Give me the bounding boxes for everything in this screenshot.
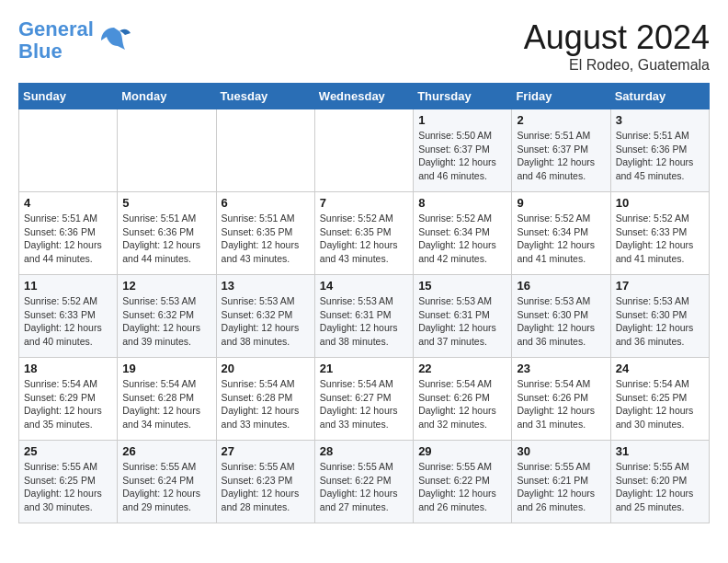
calendar-cell: 6Sunrise: 5:51 AMSunset: 6:35 PMDaylight…	[216, 192, 314, 275]
calendar-cell	[118, 109, 216, 192]
week-row-4: 18Sunrise: 5:54 AMSunset: 6:29 PMDayligh…	[19, 358, 710, 441]
calendar-cell: 13Sunrise: 5:53 AMSunset: 6:32 PMDayligh…	[216, 275, 314, 358]
calendar-cell: 15Sunrise: 5:53 AMSunset: 6:31 PMDayligh…	[414, 275, 512, 358]
day-number: 9	[517, 196, 605, 210]
weekday-header-saturday: Saturday	[610, 84, 709, 109]
calendar-cell: 14Sunrise: 5:53 AMSunset: 6:31 PMDayligh…	[314, 275, 413, 358]
day-number: 10	[616, 196, 704, 210]
calendar-cell: 20Sunrise: 5:54 AMSunset: 6:28 PMDayligh…	[216, 358, 314, 441]
day-number: 4	[24, 196, 112, 210]
day-number: 29	[418, 444, 506, 458]
calendar-cell: 27Sunrise: 5:55 AMSunset: 6:23 PMDayligh…	[216, 441, 314, 523]
calendar-cell: 25Sunrise: 5:55 AMSunset: 6:25 PMDayligh…	[19, 441, 118, 523]
day-info: Sunrise: 5:53 AMSunset: 6:32 PMDaylight:…	[122, 294, 210, 349]
day-number: 8	[418, 196, 506, 210]
day-number: 16	[517, 279, 605, 293]
calendar-cell: 29Sunrise: 5:55 AMSunset: 6:22 PMDayligh…	[414, 441, 512, 523]
day-info: Sunrise: 5:51 AMSunset: 6:37 PMDaylight:…	[517, 129, 605, 183]
calendar-cell: 31Sunrise: 5:55 AMSunset: 6:20 PMDayligh…	[610, 441, 709, 523]
calendar-cell: 7Sunrise: 5:52 AMSunset: 6:35 PMDaylight…	[314, 192, 413, 275]
day-number: 17	[616, 279, 704, 293]
day-info: Sunrise: 5:54 AMSunset: 6:26 PMDaylight:…	[517, 377, 605, 431]
day-number: 22	[418, 362, 506, 375]
day-info: Sunrise: 5:53 AMSunset: 6:30 PMDaylight:…	[517, 294, 605, 349]
day-number: 2	[517, 113, 605, 127]
day-info: Sunrise: 5:54 AMSunset: 6:29 PMDaylight:…	[24, 377, 112, 431]
day-number: 18	[24, 362, 112, 375]
calendar-cell: 3Sunrise: 5:51 AMSunset: 6:36 PMDaylight…	[610, 109, 709, 192]
calendar-cell: 26Sunrise: 5:55 AMSunset: 6:24 PMDayligh…	[118, 441, 216, 523]
calendar-cell: 10Sunrise: 5:52 AMSunset: 6:33 PMDayligh…	[610, 192, 709, 275]
day-info: Sunrise: 5:52 AMSunset: 6:34 PMDaylight:…	[418, 212, 506, 266]
logo-general: General	[18, 17, 94, 40]
logo: General Blue	[18, 18, 131, 63]
calendar-cell: 23Sunrise: 5:54 AMSunset: 6:26 PMDayligh…	[512, 358, 610, 441]
calendar-cell: 4Sunrise: 5:51 AMSunset: 6:36 PMDaylight…	[19, 192, 118, 275]
calendar-cell: 11Sunrise: 5:52 AMSunset: 6:33 PMDayligh…	[19, 275, 118, 358]
day-number: 3	[616, 113, 704, 127]
day-info: Sunrise: 5:54 AMSunset: 6:25 PMDaylight:…	[616, 377, 704, 431]
day-number: 21	[320, 362, 408, 375]
day-info: Sunrise: 5:51 AMSunset: 6:36 PMDaylight:…	[616, 129, 704, 183]
day-info: Sunrise: 5:55 AMSunset: 6:21 PMDaylight:…	[517, 460, 605, 514]
day-number: 5	[122, 196, 210, 210]
location: El Rodeo, Guatemala	[524, 57, 710, 74]
day-info: Sunrise: 5:55 AMSunset: 6:25 PMDaylight:…	[24, 460, 112, 514]
page-header: General Blue August 2024 El Rodeo, Guate…	[18, 18, 710, 74]
weekday-header-row: SundayMondayTuesdayWednesdayThursdayFrid…	[19, 84, 710, 109]
day-number: 24	[616, 362, 704, 375]
calendar-cell: 24Sunrise: 5:54 AMSunset: 6:25 PMDayligh…	[610, 358, 709, 441]
day-info: Sunrise: 5:53 AMSunset: 6:30 PMDaylight:…	[616, 294, 704, 349]
day-number: 26	[122, 444, 210, 458]
day-info: Sunrise: 5:55 AMSunset: 6:20 PMDaylight:…	[616, 460, 704, 514]
day-number: 7	[320, 196, 408, 210]
day-info: Sunrise: 5:54 AMSunset: 6:28 PMDaylight:…	[222, 377, 310, 431]
calendar-cell: 8Sunrise: 5:52 AMSunset: 6:34 PMDaylight…	[414, 192, 512, 275]
day-info: Sunrise: 5:51 AMSunset: 6:35 PMDaylight:…	[222, 212, 310, 266]
week-row-1: 1Sunrise: 5:50 AMSunset: 6:37 PMDaylight…	[19, 109, 710, 192]
day-info: Sunrise: 5:55 AMSunset: 6:22 PMDaylight:…	[320, 460, 408, 514]
day-info: Sunrise: 5:51 AMSunset: 6:36 PMDaylight:…	[24, 212, 112, 266]
logo-bird-icon	[97, 24, 131, 57]
weekday-header-wednesday: Wednesday	[314, 84, 413, 109]
calendar-cell: 12Sunrise: 5:53 AMSunset: 6:32 PMDayligh…	[118, 275, 216, 358]
weekday-header-sunday: Sunday	[19, 84, 118, 109]
calendar-cell: 30Sunrise: 5:55 AMSunset: 6:21 PMDayligh…	[512, 441, 610, 523]
day-info: Sunrise: 5:53 AMSunset: 6:31 PMDaylight:…	[418, 294, 506, 349]
weekday-header-thursday: Thursday	[414, 84, 512, 109]
day-info: Sunrise: 5:52 AMSunset: 6:33 PMDaylight:…	[616, 212, 704, 266]
day-number: 28	[320, 444, 408, 458]
day-info: Sunrise: 5:54 AMSunset: 6:28 PMDaylight:…	[122, 377, 210, 431]
weekday-header-monday: Monday	[118, 84, 216, 109]
day-number: 11	[24, 279, 112, 293]
day-number: 31	[616, 444, 704, 458]
day-info: Sunrise: 5:55 AMSunset: 6:24 PMDaylight:…	[122, 460, 210, 514]
month-title: August 2024	[524, 18, 710, 57]
day-info: Sunrise: 5:52 AMSunset: 6:35 PMDaylight:…	[320, 212, 408, 266]
calendar-cell: 2Sunrise: 5:51 AMSunset: 6:37 PMDaylight…	[512, 109, 610, 192]
calendar-cell	[314, 109, 413, 192]
calendar-cell: 18Sunrise: 5:54 AMSunset: 6:29 PMDayligh…	[19, 358, 118, 441]
day-info: Sunrise: 5:52 AMSunset: 6:33 PMDaylight:…	[24, 294, 112, 349]
day-info: Sunrise: 5:51 AMSunset: 6:36 PMDaylight:…	[122, 212, 210, 266]
week-row-5: 25Sunrise: 5:55 AMSunset: 6:25 PMDayligh…	[19, 441, 710, 523]
calendar-cell: 5Sunrise: 5:51 AMSunset: 6:36 PMDaylight…	[118, 192, 216, 275]
day-info: Sunrise: 5:55 AMSunset: 6:23 PMDaylight:…	[222, 460, 310, 514]
calendar-cell	[216, 109, 314, 192]
day-number: 20	[222, 362, 310, 375]
day-info: Sunrise: 5:53 AMSunset: 6:31 PMDaylight:…	[320, 294, 408, 349]
weekday-header-tuesday: Tuesday	[216, 84, 314, 109]
day-info: Sunrise: 5:55 AMSunset: 6:22 PMDaylight:…	[418, 460, 506, 514]
calendar-cell: 9Sunrise: 5:52 AMSunset: 6:34 PMDaylight…	[512, 192, 610, 275]
calendar-cell	[19, 109, 118, 192]
day-info: Sunrise: 5:52 AMSunset: 6:34 PMDaylight:…	[517, 212, 605, 266]
day-number: 27	[222, 444, 310, 458]
calendar-cell: 1Sunrise: 5:50 AMSunset: 6:37 PMDaylight…	[414, 109, 512, 192]
calendar-cell: 17Sunrise: 5:53 AMSunset: 6:30 PMDayligh…	[610, 275, 709, 358]
day-number: 1	[418, 113, 506, 127]
calendar-cell: 19Sunrise: 5:54 AMSunset: 6:28 PMDayligh…	[118, 358, 216, 441]
day-info: Sunrise: 5:54 AMSunset: 6:26 PMDaylight:…	[418, 377, 506, 431]
calendar-table: SundayMondayTuesdayWednesdayThursdayFrid…	[18, 83, 710, 523]
calendar-cell: 16Sunrise: 5:53 AMSunset: 6:30 PMDayligh…	[512, 275, 610, 358]
calendar-cell: 22Sunrise: 5:54 AMSunset: 6:26 PMDayligh…	[414, 358, 512, 441]
